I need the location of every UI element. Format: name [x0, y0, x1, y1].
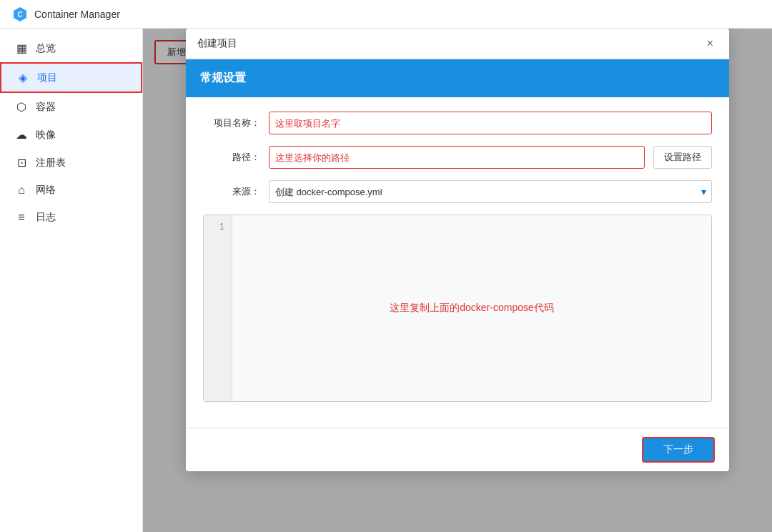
path-label: 路径：	[203, 151, 260, 164]
source-select[interactable]: 创建 docker-compose.yml 从本地文件 从URL	[269, 180, 712, 203]
sidebar-item-image-label: 映像	[36, 129, 56, 142]
sidebar-item-registry-label: 注册表	[36, 157, 66, 169]
sidebar-item-project-label: 项目	[37, 72, 57, 84]
overview-icon: ▦	[14, 41, 29, 55]
dialog-title: 创建项目	[197, 37, 237, 50]
code-content[interactable]: 这里复制上面的docker-compose代码	[232, 215, 711, 401]
code-placeholder: 这里复制上面的docker-compose代码	[390, 302, 554, 315]
network-icon: ⌂	[14, 184, 29, 197]
source-label: 来源：	[203, 185, 260, 198]
project-name-label: 项目名称：	[203, 117, 260, 129]
line-number-1: 1	[211, 221, 224, 232]
sidebar-item-image[interactable]: ☁ 映像	[0, 121, 142, 149]
svg-text:C: C	[17, 11, 22, 19]
path-input[interactable]	[269, 146, 645, 169]
dialog-footer: 下一步	[186, 428, 729, 471]
dialog-title-bar: 创建项目 ×	[186, 29, 729, 59]
dialog-header: 常规设置	[186, 59, 729, 97]
content-area: 新增 详情 操作 ▾ 创建项目 × 常规设置	[143, 29, 772, 532]
app-icon: C	[11, 6, 29, 23]
project-icon: ◈	[16, 71, 30, 84]
dialog-header-title: 常规设置	[200, 72, 246, 84]
sidebar-item-log-label: 日志	[36, 211, 56, 224]
dialog-body: 项目名称： 路径： 设置路径 来源： 创建 dock	[186, 97, 729, 428]
path-row: 路径： 设置路径	[203, 146, 712, 169]
code-editor[interactable]: 1 这里复制上面的docker-compose代码	[203, 215, 712, 402]
main-layout: ▦ 总览 ◈ 项目 ⬡ 容器 ☁ 映像 ⊡ 注册表 ⌂ 网络 ≡ 日志	[0, 29, 772, 532]
sidebar-item-overview[interactable]: ▦ 总览	[0, 34, 142, 62]
image-icon: ☁	[14, 128, 29, 142]
sidebar-item-container-label: 容器	[36, 101, 56, 114]
sidebar-item-network[interactable]: ⌂ 网络	[0, 177, 142, 204]
sidebar-item-log[interactable]: ≡ 日志	[0, 204, 142, 231]
project-name-row: 项目名称：	[203, 112, 712, 134]
sidebar-item-overview-label: 总览	[36, 42, 56, 55]
sidebar-item-project[interactable]: ◈ 项目	[0, 62, 142, 93]
sidebar-item-network-label: 网络	[36, 184, 56, 197]
container-icon: ⬡	[14, 100, 29, 114]
dialog: 创建项目 × 常规设置 项目名称： 路径：	[186, 29, 729, 471]
next-button[interactable]: 下一步	[642, 437, 715, 463]
code-line-numbers: 1	[204, 215, 232, 401]
registry-icon: ⊡	[14, 156, 29, 169]
project-name-input[interactable]	[269, 112, 712, 134]
sidebar: ▦ 总览 ◈ 项目 ⬡ 容器 ☁ 映像 ⊡ 注册表 ⌂ 网络 ≡ 日志	[0, 29, 143, 532]
log-icon: ≡	[14, 211, 29, 224]
dialog-close-button[interactable]: ×	[703, 36, 718, 51]
dialog-overlay: 创建项目 × 常规设置 项目名称： 路径：	[143, 29, 772, 532]
source-select-wrapper: 创建 docker-compose.yml 从本地文件 从URL ▾	[269, 180, 712, 203]
set-path-button[interactable]: 设置路径	[653, 146, 712, 169]
sidebar-item-container[interactable]: ⬡ 容器	[0, 93, 142, 121]
app-title: Container Manager	[34, 9, 120, 20]
sidebar-item-registry[interactable]: ⊡ 注册表	[0, 149, 142, 177]
title-bar: C Container Manager	[0, 0, 772, 29]
source-row: 来源： 创建 docker-compose.yml 从本地文件 从URL ▾	[203, 180, 712, 203]
